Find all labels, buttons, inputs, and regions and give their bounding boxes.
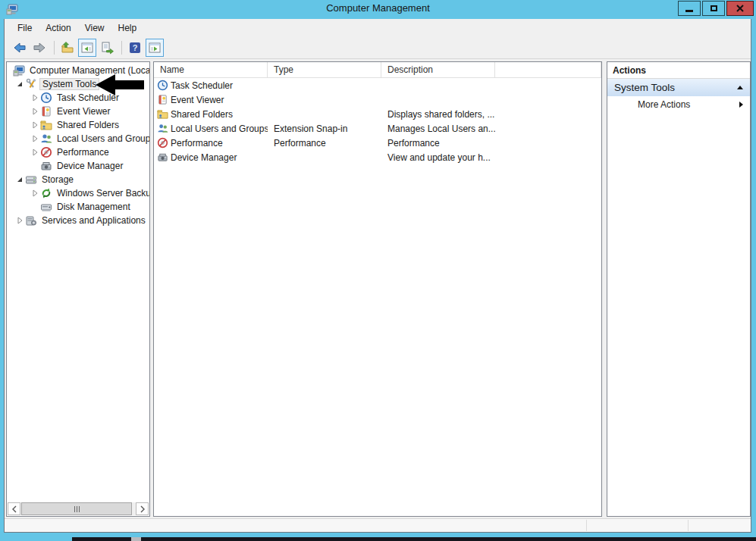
actions-pane-title: Actions: [607, 62, 750, 79]
annotation-arrow-icon: [96, 73, 144, 97]
expander-expanded-icon[interactable]: [14, 80, 25, 89]
back-icon: [13, 41, 27, 55]
list-row-event-viewer[interactable]: Event Viewer: [154, 92, 601, 107]
status-bar-separator: [586, 520, 587, 531]
device-manager-icon: [40, 160, 52, 172]
cell-type: Extension Snap-in: [268, 124, 381, 134]
list-column-headers: Name Type Description: [154, 62, 601, 78]
list-row-performance[interactable]: Performance Performance Performance: [154, 136, 601, 150]
tree-item-services-and-applications[interactable]: Services and Applications: [7, 214, 149, 227]
expander-collapsed-icon[interactable]: [14, 216, 25, 225]
tree-item-label: System Tools: [39, 78, 99, 90]
expander-collapsed-icon[interactable]: [30, 107, 40, 116]
tree-item-label: Shared Folders: [55, 119, 121, 131]
scrollbar-grip-icon: [74, 506, 80, 512]
minimize-icon: [685, 10, 693, 12]
column-header-name[interactable]: Name: [154, 62, 268, 77]
menu-file[interactable]: File: [11, 20, 39, 36]
cell-type: Performance: [268, 138, 381, 149]
shared-folders-icon: [40, 119, 52, 131]
status-bar: [5, 518, 751, 532]
tree-item-device-manager[interactable]: Device Manager: [7, 159, 149, 173]
cell-description: Manages Local Users an...: [381, 124, 495, 134]
show-hide-console-tree-button[interactable]: [78, 39, 96, 57]
tree-item-event-viewer[interactable]: Event Viewer: [7, 105, 149, 118]
up-folder-button[interactable]: [58, 39, 77, 57]
window-title: Computer Management: [0, 2, 756, 14]
event-viewer-icon: [157, 94, 168, 105]
maximize-button[interactable]: [702, 1, 725, 16]
expander-collapsed-icon[interactable]: [30, 134, 40, 143]
status-bar-separator: [688, 520, 689, 531]
task-scheduler-icon: [40, 92, 52, 104]
tree-item-storage[interactable]: Storage: [7, 173, 149, 186]
toolbar-separator: [121, 41, 122, 55]
list-row-device-manager[interactable]: Device Manager View and update your h...: [154, 150, 601, 164]
show-hide-action-pane-icon: [148, 41, 162, 55]
column-header-type[interactable]: Type: [268, 62, 381, 77]
desktop-background-strip: [72, 537, 756, 541]
actions-group-system-tools[interactable]: System Tools: [607, 79, 750, 96]
minimize-button[interactable]: [678, 1, 701, 16]
scroll-left-button[interactable]: [8, 502, 20, 515]
maximize-icon: [711, 5, 717, 11]
forward-button[interactable]: [30, 39, 49, 57]
list-row-task-scheduler[interactable]: Task Scheduler: [154, 78, 601, 92]
windows-server-backup-icon: [40, 187, 52, 199]
collapse-up-icon[interactable]: [737, 86, 743, 89]
list-row-shared-folders[interactable]: Shared Folders Displays shared folders, …: [154, 107, 601, 121]
desktop-background-notch: [131, 537, 141, 541]
expander-collapsed-icon[interactable]: [30, 189, 40, 198]
scroll-right-button[interactable]: [136, 502, 149, 515]
performance-icon: [157, 137, 168, 149]
menu-view[interactable]: View: [78, 20, 111, 36]
tree-item-label: Event Viewer: [55, 105, 112, 117]
menu-action[interactable]: Action: [39, 20, 77, 36]
tree-item-windows-server-backup[interactable]: Windows Server Backup: [7, 186, 149, 200]
toolbar-separator: [54, 41, 55, 55]
forward-icon: [33, 41, 46, 55]
tree-item-label: Windows Server Backup: [55, 187, 149, 199]
tree-horizontal-scrollbar[interactable]: [8, 502, 149, 515]
cell-description: Displays shared folders, ...: [381, 109, 495, 120]
column-header-empty[interactable]: [495, 62, 601, 77]
expander-expanded-icon[interactable]: [14, 175, 25, 184]
menu-help[interactable]: Help: [111, 20, 144, 36]
expander-spacer: [30, 202, 40, 211]
tree-item-local-users-and-groups[interactable]: Local Users and Groups: [7, 132, 149, 145]
svg-text:?: ?: [133, 43, 138, 52]
results-list-pane: Name Type Description Task Scheduler Eve…: [153, 61, 602, 517]
cell-name: Event Viewer: [171, 95, 224, 105]
expander-collapsed-icon[interactable]: [30, 93, 40, 102]
cell-name: Task Scheduler: [171, 80, 233, 91]
console-tree: Computer Management (Local System Tools …: [7, 64, 149, 501]
show-hide-action-pane-button[interactable]: [146, 39, 164, 57]
cell-name: Shared Folders: [171, 109, 233, 120]
task-scheduler-icon: [157, 80, 168, 91]
help-button[interactable]: ?: [126, 39, 144, 57]
expander-collapsed-icon[interactable]: [30, 148, 40, 157]
tree-item-performance[interactable]: Performance: [7, 145, 149, 159]
back-button[interactable]: [11, 39, 29, 57]
storage-icon: [25, 174, 37, 186]
submenu-arrow-icon: [739, 102, 743, 108]
menu-bar: File Action View Help: [5, 19, 751, 37]
export-list-icon: [100, 41, 114, 55]
tree-item-label: Disk Management: [55, 201, 133, 213]
close-button[interactable]: [726, 1, 754, 16]
tree-item-shared-folders[interactable]: Shared Folders: [7, 118, 149, 132]
up-folder-icon: [61, 41, 74, 55]
list-row-local-users-and-groups[interactable]: Local Users and Groups Extension Snap-in…: [154, 121, 601, 136]
toolbar: ?: [5, 37, 751, 59]
actions-group-title: System Tools: [614, 82, 675, 93]
export-list-button[interactable]: [98, 39, 116, 57]
expander-collapsed-icon[interactable]: [30, 120, 40, 130]
more-actions-item[interactable]: More Actions: [607, 96, 750, 112]
tree-item-disk-management[interactable]: Disk Management: [7, 200, 149, 214]
tree-item-label: Device Manager: [55, 160, 125, 172]
tree-item-label: Performance: [55, 146, 111, 158]
scrollbar-thumb[interactable]: [21, 502, 132, 515]
column-header-description[interactable]: Description: [381, 62, 495, 77]
more-actions-label: More Actions: [638, 99, 690, 110]
show-hide-console-tree-icon: [80, 41, 94, 55]
